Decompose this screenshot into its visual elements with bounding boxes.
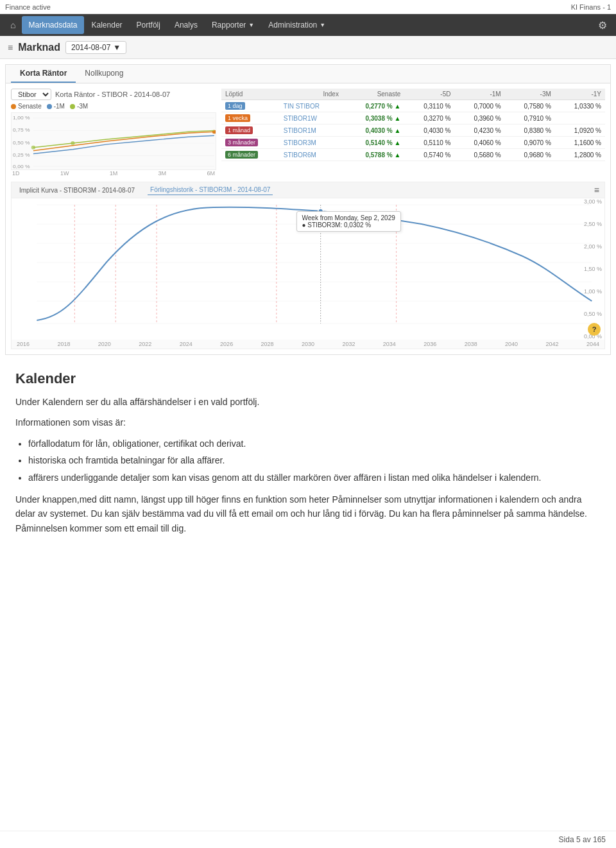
svg-point-11 bbox=[31, 146, 35, 150]
main-content: Kalender Under Kalendern ser du alla aff… bbox=[0, 360, 616, 552]
cell-value: 1,2800 % bbox=[555, 149, 605, 161]
section-title: Kalender bbox=[15, 370, 601, 387]
cell-value: 0,3960 % bbox=[454, 112, 504, 125]
nav-rapporter[interactable]: Rapporter ▼ bbox=[205, 16, 261, 34]
page-number: Sida 5 av 165 bbox=[559, 835, 606, 844]
cell-period: 1 månad bbox=[221, 125, 280, 137]
cell-senaste: 0,3038 % ▲ bbox=[343, 112, 404, 125]
cell-index: STIBOR6M bbox=[280, 149, 343, 161]
cell-value bbox=[555, 112, 605, 125]
cell-value: 0,7580 % bbox=[505, 100, 555, 112]
col-index: Index bbox=[280, 89, 343, 100]
big-chart: Week from Monday, Sep 2, 2029 ● STIBOR3M… bbox=[12, 198, 604, 340]
intro-paragraph: Under Kalendern ser du alla affärshändel… bbox=[15, 395, 601, 409]
col-senaste: Senaste bbox=[343, 89, 404, 100]
table-row: 1 månadSTIBOR1M0,4030 % ▲0,4030 %0,4230 … bbox=[221, 125, 605, 137]
nav-portfolj[interactable]: Portfölj bbox=[130, 16, 167, 34]
nav-analys[interactable]: Analys bbox=[168, 16, 204, 34]
nav-bar: ⌂ Marknadsdata Kalender Portfölj Analys … bbox=[0, 14, 616, 36]
inner-tabs: Korta Räntor Nollkupong bbox=[6, 65, 610, 83]
cell-senaste: 0,2770 % ▲ bbox=[343, 100, 404, 112]
svg-text:0,50 %: 0,50 % bbox=[13, 140, 30, 146]
mini-chart-svg: 1,00 % 0,75 % 0,50 % 0,25 % 0,00 % bbox=[12, 113, 216, 169]
home-button[interactable]: ⌂ bbox=[5, 17, 21, 33]
cell-value: 0,5110 % bbox=[404, 137, 454, 149]
col-loptid: Löptid bbox=[221, 89, 280, 100]
cell-value: 1,1600 % bbox=[555, 137, 605, 149]
cell-value: 0,3270 % bbox=[404, 112, 454, 125]
chart-help-button[interactable]: ? bbox=[588, 323, 601, 336]
bullet-3: affärers underliggande detaljer som kan … bbox=[28, 471, 601, 485]
implicit-tab-historik[interactable]: Förlingshistorik - STIBOR3M - 2014-08-07 bbox=[148, 185, 273, 195]
period-label: 1 vecka bbox=[225, 114, 250, 122]
rapporter-chevron: ▼ bbox=[248, 22, 254, 28]
period-label: 6 månader bbox=[225, 151, 258, 159]
bullet-2: historiska och framtida betalningar för … bbox=[28, 453, 601, 467]
chart-x-labels: 2016 2018 2020 2022 2024 2026 2028 2030 … bbox=[12, 340, 604, 349]
nav-kalender[interactable]: Kalender bbox=[85, 16, 129, 34]
cell-value: 0,4030 % bbox=[404, 125, 454, 137]
cell-value: 0,5680 % bbox=[454, 149, 504, 161]
svg-point-12 bbox=[71, 141, 74, 145]
implicit-tab-kurva[interactable]: Implicit Kurva - STIBOR3M - 2014-08-07 bbox=[17, 186, 137, 195]
chart-title-row: Stibor Korta Räntor - STIBOR - 2014-08-0… bbox=[11, 89, 216, 100]
legend-dot-3m bbox=[70, 104, 75, 109]
info-label: Informationen som visas är: bbox=[15, 415, 601, 429]
cell-index: TIN STIBOR bbox=[280, 100, 343, 112]
table-header-row: Löptid Index Senaste -5D -1M -3M -1Y bbox=[221, 89, 605, 100]
cell-value: 0,7000 % bbox=[454, 100, 504, 112]
legend-dot-1m bbox=[47, 104, 52, 109]
table-row: 1 veckaSTIBOR1W0,3038 % ▲0,3270 %0,3960 … bbox=[221, 112, 605, 125]
cell-period: 1 dag bbox=[221, 100, 280, 112]
chart-menu-icon[interactable]: ≡ bbox=[594, 185, 599, 195]
settings-icon[interactable]: ⚙ bbox=[594, 17, 611, 34]
cell-index: STIBOR3M bbox=[280, 137, 343, 149]
cell-senaste: 0,5140 % ▲ bbox=[343, 137, 404, 149]
page-footer: Sida 5 av 165 bbox=[0, 831, 616, 848]
col-5d: -5D bbox=[404, 89, 454, 100]
cell-value: 0,4060 % bbox=[454, 137, 504, 149]
cell-value: 0,7910 % bbox=[505, 112, 555, 125]
cell-value: 0,4230 % bbox=[454, 125, 504, 137]
col-1y: -1Y bbox=[555, 89, 605, 100]
tooltip-line1: Week from Monday, Sep 2, 2029 bbox=[302, 214, 395, 221]
cell-period: 3 månader bbox=[221, 137, 280, 149]
svg-text:1,00 %: 1,00 % bbox=[13, 115, 30, 121]
stibor-select[interactable]: Stibor bbox=[11, 89, 51, 100]
cell-index: STIBOR1M bbox=[280, 125, 343, 137]
implicit-chart-area: Implicit Kurva - STIBOR3M - 2014-08-07 F… bbox=[11, 182, 605, 349]
menu-icon: ≡ bbox=[8, 42, 13, 53]
nav-marknadsdata[interactable]: Marknadsdata bbox=[22, 16, 83, 34]
date-chevron: ▼ bbox=[113, 43, 121, 52]
col-3m: -3M bbox=[505, 89, 555, 100]
legend-3m: -3M bbox=[70, 103, 88, 110]
chart-legend: Senaste -1M -3M bbox=[11, 103, 216, 110]
date-picker[interactable]: 2014-08-07 ▼ bbox=[65, 41, 126, 54]
cell-period: 1 vecka bbox=[221, 112, 280, 125]
nav-administration[interactable]: Administration ▼ bbox=[262, 16, 332, 34]
svg-text:0,75 %: 0,75 % bbox=[13, 128, 30, 134]
cell-value: 1,0920 % bbox=[555, 125, 605, 137]
bullet-list: förfallodatum för lån, obligationer, cer… bbox=[28, 437, 601, 485]
cell-value: 0,9070 % bbox=[505, 137, 555, 149]
data-table-area: Löptid Index Senaste -5D -1M -3M -1Y 1 d… bbox=[221, 89, 605, 177]
period-label: 1 månad bbox=[225, 126, 253, 134]
sub-header: ≡ Marknad 2014-08-07 ▼ bbox=[0, 36, 616, 59]
cell-senaste: 0,4030 % ▲ bbox=[343, 125, 404, 137]
tab-nollkupong[interactable]: Nollkupong bbox=[76, 65, 132, 83]
top-bar: Finance active KI Finans - 1 bbox=[0, 0, 616, 14]
mini-line-chart: 1,00 % 0,75 % 0,50 % 0,25 % 0,00 % bbox=[11, 112, 216, 170]
legend-senaste: Senaste bbox=[11, 103, 42, 110]
paragraph2: Under knappen,med ditt namn, längst upp … bbox=[15, 492, 601, 535]
legend-dot-senaste bbox=[11, 104, 16, 109]
implicit-chart-header: Implicit Kurva - STIBOR3M - 2014-08-07 F… bbox=[12, 182, 604, 198]
app-content-area: Korta Räntor Nollkupong Stibor Korta Rän… bbox=[5, 64, 611, 355]
tab-korta-rantor[interactable]: Korta Räntor bbox=[11, 65, 76, 83]
cell-value: 0,3110 % bbox=[404, 100, 454, 112]
cell-value: 0,5740 % bbox=[404, 149, 454, 161]
cell-value: 1,0330 % bbox=[555, 100, 605, 112]
page-title: Marknad bbox=[18, 42, 60, 53]
chart-section: Stibor Korta Räntor - STIBOR - 2014-08-0… bbox=[6, 83, 610, 182]
chart-title-text: Korta Räntor - STIBOR - 2014-08-07 bbox=[55, 91, 170, 98]
cell-period: 6 månader bbox=[221, 149, 280, 161]
